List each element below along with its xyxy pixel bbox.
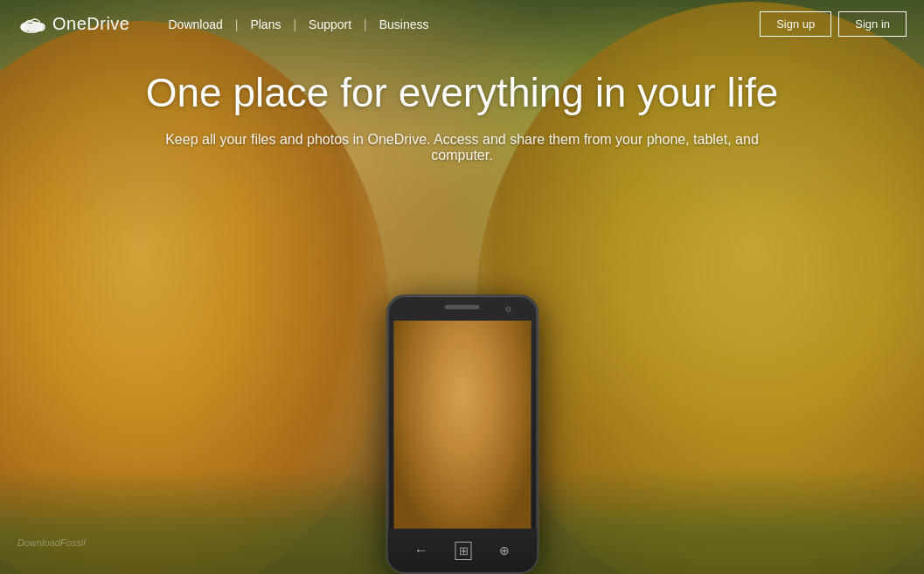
nav-link-download[interactable]: Download <box>156 17 234 31</box>
phone-container: ← ⊞ ⊕ <box>386 294 538 574</box>
logo-area[interactable]: OneDrive <box>17 14 129 34</box>
hero-subtitle: Keep all your files and photos in OneDri… <box>165 132 760 163</box>
nav-link-plans[interactable]: Plans <box>238 17 293 31</box>
onedrive-logo-icon <box>17 15 45 34</box>
nav-link-support[interactable]: Support <box>296 17 364 31</box>
brand-name: OneDrive <box>52 14 129 34</box>
signup-button[interactable]: Sign up <box>760 11 831 37</box>
phone-back-button: ← <box>414 543 428 558</box>
nav-buttons: Sign up Sign in <box>760 11 907 37</box>
phone-screen-content <box>393 321 531 529</box>
phone-bottom-bar: ← ⊞ ⊕ <box>387 529 537 572</box>
phone-camera <box>505 307 511 312</box>
nav-link-business[interactable]: Business <box>367 17 441 31</box>
phone-mockup: ← ⊞ ⊕ <box>386 294 538 574</box>
phone-screen <box>393 321 531 529</box>
watermark: DownloadFossil <box>17 537 86 548</box>
navbar: OneDrive Download | Plans | Support | Bu… <box>0 0 924 48</box>
phone-search-button: ⊕ <box>499 543 510 557</box>
hero-section: OneDrive Download | Plans | Support | Bu… <box>0 0 924 574</box>
phone-speaker <box>445 305 480 309</box>
hero-title: One place for everything in your life <box>0 70 924 116</box>
signin-button[interactable]: Sign in <box>838 11 907 37</box>
nav-links: Download | Plans | Support | Business <box>156 17 441 31</box>
hero-content: One place for everything in your life Ke… <box>0 70 924 163</box>
phone-home-button: ⊞ <box>455 542 472 560</box>
